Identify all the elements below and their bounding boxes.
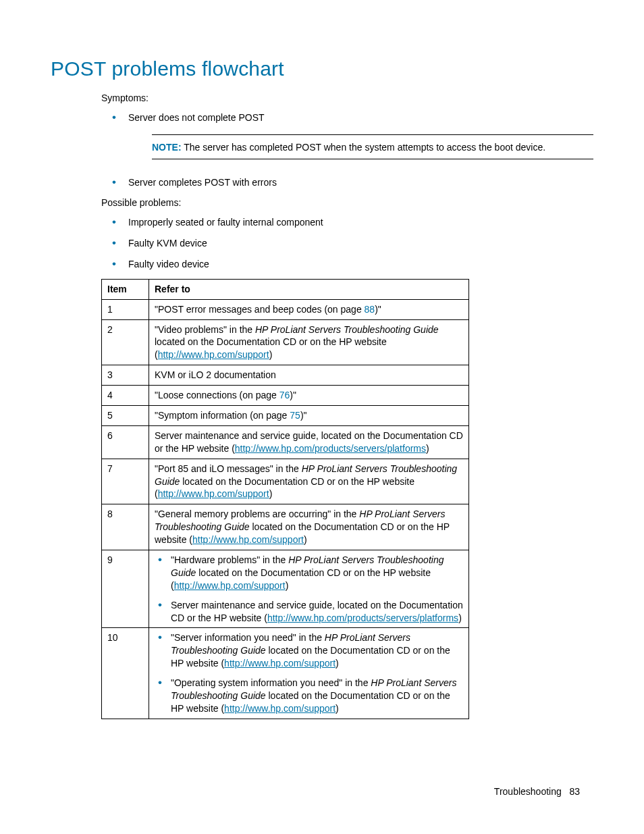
page-footer: Troubleshooting 83 [494,786,580,797]
page-link[interactable]: 75 [290,410,300,421]
th-refer: Refer to [149,279,469,299]
row-no: 2 [102,319,149,365]
symptom-item: Server completes POST with errors [108,176,593,189]
row-no: 4 [102,386,149,406]
possible-problems-label: Possible problems: [101,197,593,208]
row-refer: KVM or iLO 2 documentation [149,365,469,386]
problem-item: Improperly seated or faulty internal com… [108,216,593,229]
support-link[interactable]: http://www.hp.com/support [224,703,336,714]
table-row: 9 "Hardware problems" in the HP ProLiant… [102,550,469,628]
list-item: "Hardware problems" in the HP ProLiant S… [155,554,463,592]
table-row: 4 "Loose connections (on page 76)" [102,386,469,406]
table-row: 6 Server maintenance and service guide, … [102,425,469,459]
list-item: Server maintenance and service guide, lo… [155,599,463,625]
note-label: NOTE: [152,142,182,153]
problem-item: Faulty video device [108,258,593,271]
row-refer: "Symptom information (on page 75)" [149,405,469,425]
note-top-rule [152,134,593,135]
reference-table: Item Refer to 1 "POST error messages and… [101,279,469,719]
row-no: 10 [102,628,149,719]
products-link[interactable]: http://www.hp.com/products/servers/platf… [267,613,458,623]
list-item: "Operating system information you need" … [155,677,463,715]
row-no: 6 [102,425,149,459]
support-link[interactable]: http://www.hp.com/support [192,534,304,545]
footer-page: 83 [569,786,580,797]
page-title: POST problems flowchart [51,57,593,80]
table-row: 7 "Port 85 and iLO messages" in the HP P… [102,459,469,504]
row-no: 5 [102,405,149,425]
table-row: 1 "POST error messages and beep codes (o… [102,299,469,319]
page-link[interactable]: 76 [279,390,290,400]
row-refer: "POST error messages and beep codes (on … [149,299,469,319]
row-refer: "Loose connections (on page 76)" [149,386,469,406]
row-no: 8 [102,504,149,550]
support-link[interactable]: http://www.hp.com/support [224,658,336,669]
table-row: 5 "Symptom information (on page 75)" [102,405,469,425]
row-refer: Server maintenance and service guide, lo… [149,425,469,459]
symptoms-label: Symptoms: [101,93,593,103]
problem-item: Faulty KVM device [108,237,593,250]
th-item: Item [102,279,149,299]
support-link[interactable]: http://www.hp.com/support [158,488,269,499]
row-refer: "Port 85 and iLO messages" in the HP Pro… [149,459,469,504]
row-refer: "General memory problems are occurring" … [149,504,469,550]
products-link[interactable]: http://www.hp.com/products/servers/platf… [235,443,426,454]
table-row: 10 "Server information you need" in the … [102,628,469,719]
support-link[interactable]: http://www.hp.com/support [174,580,286,591]
note-block: NOTE: The server has completed POST when… [152,134,593,159]
table-row: 3 KVM or iLO 2 documentation [102,365,469,386]
symptom-item: Server does not complete POST [108,111,593,124]
table-row: 2 "Video problems" in the HP ProLiant Se… [102,319,469,365]
support-link[interactable]: http://www.hp.com/support [158,349,269,360]
row-no: 3 [102,365,149,386]
row-refer: "Hardware problems" in the HP ProLiant S… [149,550,469,628]
row-refer: "Video problems" in the HP ProLiant Serv… [149,319,469,365]
row-no: 1 [102,299,149,319]
row-refer: "Server information you need" in the HP … [149,628,469,719]
page-link[interactable]: 88 [365,304,375,315]
note-bottom-rule [152,159,593,159]
note-body: The server has completed POST when the s… [182,142,546,153]
table-row: 8 "General memory problems are occurring… [102,504,469,550]
list-item: "Server information you need" in the HP … [155,631,463,670]
row-no: 9 [102,550,149,628]
footer-section: Troubleshooting [494,786,562,797]
row-no: 7 [102,459,149,504]
